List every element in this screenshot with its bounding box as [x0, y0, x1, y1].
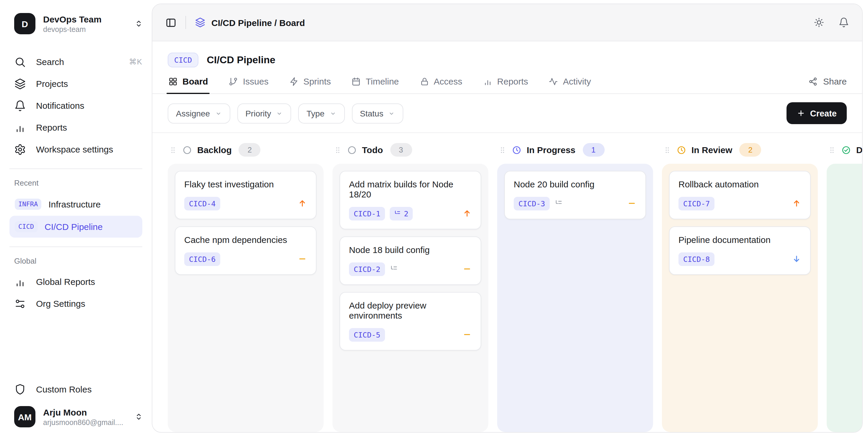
share-icon [808, 77, 818, 86]
issue-card[interactable]: Cache npm dependenciesCICD-6 [175, 226, 316, 274]
tab-issues[interactable]: Issues [228, 75, 269, 93]
drag-handle-icon[interactable] [334, 146, 342, 154]
sidebar-item-reports[interactable]: Reports [0, 116, 152, 138]
tab-activity[interactable]: Activity [548, 75, 592, 93]
column-body: Add matrix builds for Node 18/20CICD-12N… [333, 164, 488, 432]
project-name: Infrastructure [49, 199, 101, 209]
drag-handle-icon[interactable] [169, 146, 177, 154]
issue-card[interactable]: Pipeline documentationCICD-8 [669, 226, 811, 274]
workspace-switch-button[interactable] [134, 19, 144, 28]
column-name: Backlog [197, 145, 232, 155]
project-header: CICD CI/CD Pipeline [152, 41, 862, 67]
clock-status-icon [677, 145, 686, 155]
sidebar-project-infra[interactable]: INFRAInfrastructure [9, 193, 142, 215]
priority-high-icon [462, 209, 472, 218]
drag-handle-icon[interactable] [498, 146, 507, 154]
column-header: Todo3 [333, 143, 488, 157]
issue-card[interactable]: Add deploy preview environmentsCICD-5 [340, 292, 481, 350]
tab-bar: BoardIssuesSprintsTimelineAccessReportsA… [168, 75, 611, 93]
sidebar-item-search[interactable]: Search⌘K [0, 51, 152, 73]
arrow-up-icon [298, 199, 307, 208]
sidebar-nav: Search⌘KProjectsNotificationsReportsWork… [0, 51, 152, 160]
sidebar-divider [9, 246, 142, 247]
issue-card[interactable]: Rollback automationCICD-7 [669, 171, 811, 219]
issue-meta: CICD-12 [349, 207, 472, 220]
priority-high-icon [792, 199, 801, 208]
tab-access[interactable]: Access [419, 75, 463, 93]
issue-title: Rollback automation [678, 179, 801, 189]
theme-toggle-sun-icon[interactable] [814, 17, 824, 28]
priority-medium-icon [298, 254, 307, 264]
sidebar-item-projects[interactable]: Projects [0, 73, 152, 94]
topbar: CI/CD Pipeline / Board [152, 4, 862, 41]
column-header: In Review2 [662, 143, 818, 157]
column-body [827, 164, 862, 432]
sidebar-toggle-button[interactable] [165, 17, 177, 28]
arrow-up-icon [792, 199, 801, 208]
board-column-done: Done [827, 142, 862, 432]
tabs-row: BoardIssuesSprintsTimelineAccessReportsA… [152, 67, 862, 94]
notifications-bell-icon[interactable] [838, 17, 849, 28]
issue-title: Cache npm dependencies [184, 234, 307, 244]
issue-card[interactable]: Add matrix builds for Node 18/20CICD-12 [340, 171, 481, 229]
sidebar-item-org-settings[interactable]: Org Settings [0, 293, 152, 315]
sidebar-item-global-reports[interactable]: Global Reports [0, 271, 152, 293]
chevron-down-icon [215, 110, 222, 117]
drag-handle-icon[interactable] [663, 146, 671, 154]
issue-meta: CICD-2 [349, 262, 472, 276]
tab-timeline[interactable]: Timeline [351, 75, 399, 93]
minus-icon [462, 330, 472, 339]
board-column-todo: Todo3Add matrix builds for Node 18/20CIC… [333, 142, 488, 432]
sidebar-project-cicd[interactable]: CICDCI/CD Pipeline [9, 216, 142, 238]
sidebar-item-label: Custom Roles [36, 384, 92, 394]
user-switch-button[interactable] [134, 412, 144, 421]
filter-priority[interactable]: Priority [237, 103, 291, 123]
sidebar-item-notifications[interactable]: Notifications [0, 94, 152, 116]
filter-assignee[interactable]: Assignee [168, 103, 230, 123]
priority-medium-icon [627, 199, 637, 208]
sidebar: D DevOps Team devops-team Search⌘KProjec… [0, 0, 152, 438]
share-button[interactable]: Share [808, 76, 847, 93]
circle-status-icon [182, 145, 192, 155]
issue-card[interactable]: Node 20 build configCICD-3 [504, 171, 646, 219]
tab-label: Sprints [303, 76, 331, 86]
tab-reports[interactable]: Reports [483, 75, 529, 93]
chevron-down-icon [388, 110, 395, 117]
circle-status-icon [347, 145, 356, 155]
kanban-board: Backlog2Flaky test investigationCICD-4Ca… [152, 133, 862, 432]
column-name: In Review [691, 145, 732, 155]
subtask-icon [554, 199, 563, 207]
workspace-switcher[interactable]: D DevOps Team devops-team [0, 8, 152, 39]
sidebar-item-label: Reports [36, 122, 67, 133]
sidebar-item-workspace-settings[interactable]: Workspace settings [0, 138, 152, 160]
breadcrumb-text: CI/CD Pipeline / Board [211, 18, 305, 28]
drag-handle-icon[interactable] [828, 146, 836, 154]
filter-type[interactable]: Type [298, 103, 345, 123]
issue-card[interactable]: Node 18 build configCICD-2 [340, 236, 481, 285]
git-branch-icon [229, 77, 238, 86]
subtask-icon [390, 265, 398, 273]
shield-icon [14, 383, 26, 395]
column-body: Flaky test investigationCICD-4Cache npm … [168, 164, 323, 432]
filter-status[interactable]: Status [352, 103, 403, 123]
column-count-badge: 2 [739, 143, 761, 157]
user-menu[interactable]: AM Arju Moon arjusmoon860@gmail.... [0, 400, 152, 427]
check-circle-status-icon [841, 145, 851, 155]
tab-board[interactable]: Board [168, 75, 209, 93]
issue-meta: CICD-7 [678, 197, 801, 210]
tab-label: Timeline [366, 76, 399, 86]
issue-card[interactable]: Flaky test investigationCICD-4 [175, 171, 316, 219]
sidebar-item-custom-roles[interactable]: Custom Roles [0, 378, 152, 400]
filter-bar: AssigneePriorityTypeStatus [168, 103, 410, 123]
panel-left-icon [165, 17, 177, 28]
minus-icon [627, 199, 637, 208]
minus-icon [298, 254, 307, 264]
issue-title: Flaky test investigation [184, 179, 307, 189]
arrow-up-icon [462, 209, 472, 218]
share-label: Share [823, 76, 847, 86]
subtask-count: 2 [404, 209, 408, 218]
tab-sprints[interactable]: Sprints [288, 75, 331, 93]
create-button[interactable]: Create [786, 102, 847, 124]
chevron-down-icon [329, 110, 336, 117]
topbar-actions [814, 17, 849, 28]
